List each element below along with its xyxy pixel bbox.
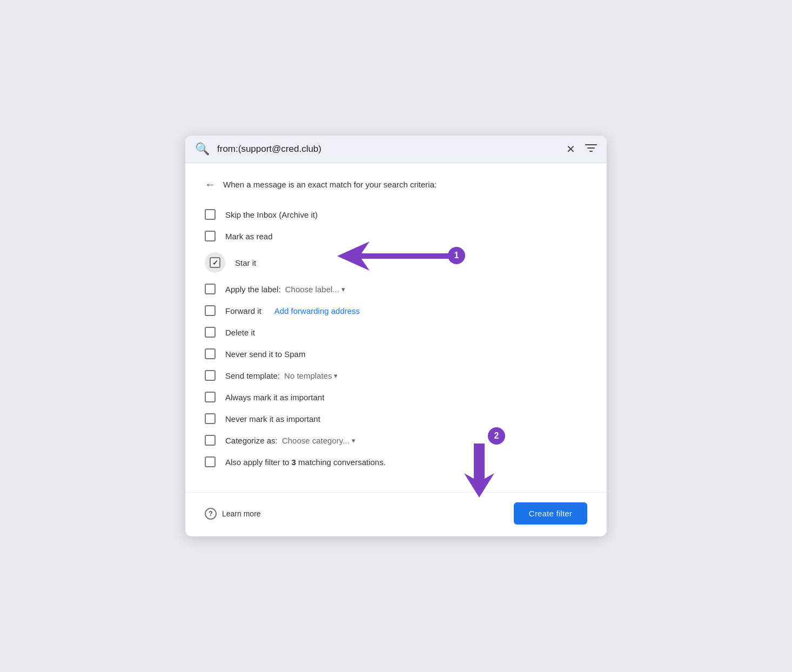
- template-dropdown-value: No templates: [284, 371, 332, 380]
- badge-1: 1: [448, 247, 465, 264]
- label-categorize: Categorize as: Choose category... ▾: [225, 436, 355, 445]
- header-description: When a message is an exact match for you…: [223, 180, 437, 189]
- filter-icon[interactable]: [585, 143, 597, 156]
- label-dropdown-arrow: ▾: [341, 285, 345, 293]
- filter-dialog: 🔍 from:(support@cred.club) ✕ ← When a me…: [185, 136, 607, 536]
- category-dropdown-arrow: ▾: [352, 436, 355, 445]
- checkbox-forward-it[interactable]: [205, 305, 216, 316]
- checkbox-delete-it[interactable]: [205, 327, 216, 338]
- label-dropdown[interactable]: Choose label... ▾: [285, 285, 345, 294]
- search-query: from:(support@cred.club): [217, 144, 559, 154]
- checkbox-send-template[interactable]: [205, 370, 216, 381]
- badge-2: 2: [488, 427, 505, 445]
- label-skip-inbox: Skip the Inbox (Archive it): [225, 210, 318, 219]
- label-send-template: Send template: No templates ▾: [225, 371, 338, 380]
- option-also-apply: Also apply filter to 3 matching conversa…: [205, 451, 587, 473]
- option-apply-label: Apply the label: Choose label... ▾: [205, 278, 587, 300]
- options-list: Skip the Inbox (Archive it) Mark as read…: [205, 204, 587, 473]
- label-also-apply: Also apply filter to 3 matching conversa…: [225, 458, 386, 467]
- checkbox-categorize[interactable]: [205, 435, 216, 446]
- checkbox-apply-label[interactable]: [205, 284, 216, 294]
- option-delete-it: Delete it: [205, 321, 587, 343]
- add-forwarding-address-link[interactable]: Add forwarding address: [274, 306, 360, 315]
- checkbox-mark-read[interactable]: [205, 231, 216, 241]
- label-apply-label: Apply the label: Choose label... ▾: [225, 285, 345, 294]
- label-star-it: Star it: [235, 258, 256, 267]
- header-row: ← When a message is an exact match for y…: [205, 178, 587, 191]
- search-bar-actions: ✕: [566, 143, 597, 156]
- option-categorize: Categorize as: Choose category... ▾: [205, 429, 587, 451]
- label-delete-it: Delete it: [225, 328, 255, 337]
- category-dropdown[interactable]: Choose category... ▾: [282, 436, 355, 445]
- category-dropdown-value: Choose category...: [282, 436, 350, 445]
- option-always-important: Always mark it as important: [205, 386, 587, 408]
- close-icon[interactable]: ✕: [566, 143, 575, 156]
- label-always-important: Always mark it as important: [225, 393, 324, 402]
- label-never-spam: Never send it to Spam: [225, 350, 305, 359]
- checkbox-never-spam[interactable]: [205, 348, 216, 359]
- search-bar: 🔍 from:(support@cred.club) ✕: [185, 136, 607, 163]
- option-forward-it: Forward it Add forwarding address: [205, 300, 587, 321]
- svg-rect-2: [589, 151, 593, 152]
- label-dropdown-value: Choose label...: [285, 285, 339, 294]
- create-filter-button[interactable]: Create filter: [514, 502, 587, 525]
- label-mark-read: Mark as read: [225, 232, 273, 241]
- checkbox-always-important[interactable]: [205, 392, 216, 402]
- checkbox-star-it[interactable]: [210, 257, 220, 268]
- option-send-template: Send template: No templates ▾: [205, 365, 587, 386]
- filter-content: ← When a message is an exact match for y…: [185, 163, 607, 488]
- learn-more-row: ? Learn more: [205, 508, 261, 520]
- option-mark-read: Mark as read: [205, 225, 587, 247]
- back-button[interactable]: ←: [205, 178, 216, 191]
- template-dropdown-arrow: ▾: [334, 372, 338, 380]
- option-never-important: Never mark it as important: [205, 408, 587, 429]
- label-never-important: Never mark it as important: [225, 414, 320, 424]
- svg-rect-1: [587, 147, 595, 149]
- dialog-footer: ? Learn more 2 Create filter: [185, 492, 607, 536]
- checkbox-also-apply[interactable]: [205, 456, 216, 467]
- checkbox-never-important[interactable]: [205, 413, 216, 424]
- option-skip-inbox: Skip the Inbox (Archive it): [205, 204, 587, 225]
- template-dropdown[interactable]: No templates ▾: [284, 371, 338, 380]
- svg-rect-0: [585, 144, 597, 145]
- option-never-spam: Never send it to Spam: [205, 343, 587, 365]
- star-circle[interactable]: [205, 252, 225, 273]
- option-star-it: Star it 1: [205, 247, 587, 278]
- label-forward-it: Forward it: [225, 306, 261, 315]
- checkbox-skip-inbox[interactable]: [205, 209, 216, 220]
- help-icon[interactable]: ?: [205, 508, 217, 520]
- learn-more-text[interactable]: Learn more: [222, 509, 261, 518]
- search-icon: 🔍: [195, 142, 210, 156]
